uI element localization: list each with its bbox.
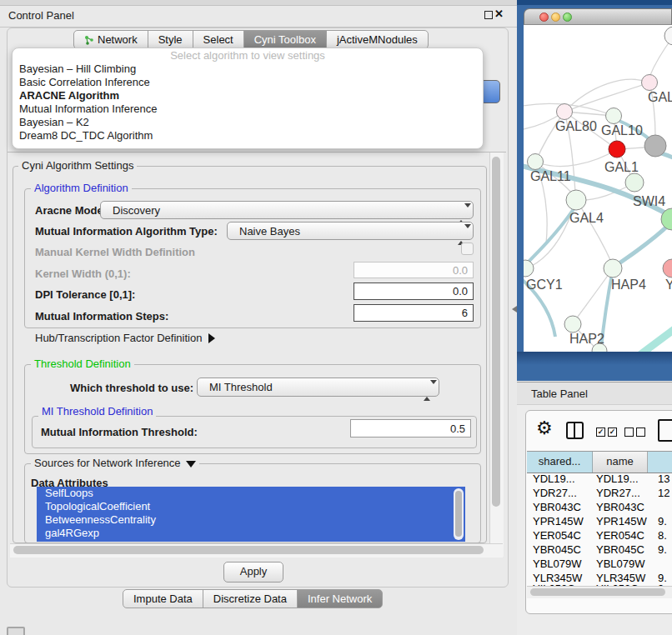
network-window-titlebar[interactable] xyxy=(524,8,672,25)
node-hap4[interactable] xyxy=(604,259,622,278)
node-pink-right[interactable] xyxy=(663,259,672,278)
network-nodes[interactable] xyxy=(524,27,672,352)
table-row[interactable]: YDL19...YDL19...13 xyxy=(527,472,672,486)
column-header-name[interactable]: name xyxy=(593,452,648,472)
mi-threshold-field[interactable]: 0.5 xyxy=(350,419,471,438)
gear-icon[interactable]: ⚙ xyxy=(536,418,553,439)
mi-steps-label: Mutual Information Steps: xyxy=(35,310,168,322)
manual-kernel-width-checkbox[interactable] xyxy=(461,242,474,255)
table-row[interactable]: YDR27...YDR27...12 xyxy=(527,486,672,500)
tab-discretize-data[interactable]: Discretize Data xyxy=(203,589,298,608)
node-gal80[interactable] xyxy=(557,104,573,120)
zoom-traffic-light[interactable] xyxy=(563,12,572,22)
control-panel-tabs: Network Style Select Cyni Toolbox jActiv… xyxy=(73,30,429,49)
table-header-row: shared... name xyxy=(527,451,672,473)
node-swi4[interactable] xyxy=(625,173,644,192)
table-row[interactable]: YBR043CYBR043C xyxy=(527,500,672,514)
close-icon[interactable]: ✕ xyxy=(494,8,504,20)
stepper-icon xyxy=(458,226,465,244)
node-top-right-partial[interactable] xyxy=(664,27,672,45)
attribute-item[interactable]: SelfLoops xyxy=(37,487,465,500)
tab-select[interactable]: Select xyxy=(193,30,244,49)
hub-definition-toggle[interactable]: Hub/Transcription Factor Definition xyxy=(35,332,215,344)
table-panel-title: Table Panel xyxy=(517,382,672,405)
sources-toggle[interactable]: Sources for Network Inference xyxy=(31,458,199,469)
window-shadow xyxy=(517,352,672,365)
node-gal11[interactable] xyxy=(528,154,544,170)
algorithm-option-aracne[interactable]: ARACNE Algorithm xyxy=(13,89,483,102)
node-gal-partial[interactable] xyxy=(642,75,658,91)
checked-columns-icon[interactable]: ✓✓ xyxy=(596,428,617,437)
cyni-algorithm-settings-title: Cyni Algorithm Settings xyxy=(18,160,137,172)
algorithm-option[interactable]: Mutual Information Inference xyxy=(13,102,483,116)
settings-vscroll-thumb[interactable] xyxy=(492,157,500,507)
collapse-arrow-icon[interactable] xyxy=(186,461,196,468)
unchecked-columns-icon[interactable] xyxy=(624,428,645,437)
tab-cyni-toolbox[interactable]: Cyni Toolbox xyxy=(243,30,327,49)
tab-network[interactable]: Network xyxy=(73,30,148,49)
tab-network-label: Network xyxy=(98,31,138,48)
tab-style[interactable]: Style xyxy=(148,30,193,49)
table-hscrollbar[interactable] xyxy=(527,586,672,598)
network-canvas[interactable]: GAL GAL80 GAL10 GAL1 GAL11 GAL4 SWI4 GCY… xyxy=(524,25,672,352)
node-gal10[interactable] xyxy=(606,108,622,124)
node-gcy1[interactable] xyxy=(524,260,534,277)
split-pane-icon[interactable] xyxy=(566,422,584,439)
table-row[interactable]: YPR145WYPR145W9. xyxy=(527,514,672,528)
node-gray[interactable] xyxy=(644,135,666,157)
mi-algorithm-type-select[interactable]: Naive Bayes xyxy=(227,222,474,240)
table-row[interactable]: YBL079WYBL079W xyxy=(527,557,672,571)
manual-kernel-width-label: Manual Kernel Width Definition xyxy=(35,246,195,258)
data-attributes-list[interactable]: SelfLoops TopologicalCoefficient Between… xyxy=(37,487,465,542)
which-threshold-select[interactable]: MI Threshold xyxy=(197,378,439,397)
table-hscroll-thumb[interactable] xyxy=(530,588,665,596)
node-label: GAL11 xyxy=(530,169,571,183)
stepper-icon xyxy=(424,382,431,400)
control-panel-titlebar: Control Panel xyxy=(0,6,517,28)
node-gal1[interactable] xyxy=(609,141,625,158)
panel-divider xyxy=(8,152,506,152)
float-panel-icon[interactable] xyxy=(484,11,493,19)
collapsed-panel-icon[interactable] xyxy=(7,627,25,635)
algorithm-option[interactable]: Dream8 DC_TDC Algorithm xyxy=(13,129,483,142)
attribute-item[interactable]: BetweennessCentrality xyxy=(37,513,465,527)
minimize-traffic-light[interactable] xyxy=(551,12,560,22)
tab-infer-network[interactable]: Infer Network xyxy=(297,589,383,608)
document-icon[interactable] xyxy=(658,419,672,442)
network-labels: GAL GAL80 GAL10 GAL1 GAL11 GAL4 SWI4 GCY… xyxy=(526,90,672,346)
algorithm-option[interactable]: Basic Correlation Inference xyxy=(13,76,483,89)
apply-button[interactable]: Apply xyxy=(223,562,283,582)
tab-impute-data[interactable]: Impute Data xyxy=(123,589,203,608)
network-graph: GAL GAL80 GAL10 GAL1 GAL11 GAL4 SWI4 GCY… xyxy=(524,25,672,352)
table-panel-container: ⚙ ✓✓ shared... name YDL19...YDL19...13 Y… xyxy=(525,410,672,614)
network-window[interactable]: GAL GAL80 GAL10 GAL1 GAL11 GAL4 SWI4 GCY… xyxy=(524,8,672,352)
table-row[interactable]: YER054CYER054C8. xyxy=(527,528,672,542)
algorithm-dropdown-popup: Select algorithm to view settings Bayesi… xyxy=(12,48,484,149)
mi-algorithm-type-label: Mutual Information Algorithm Type: xyxy=(35,225,218,238)
node-gal4[interactable] xyxy=(566,190,586,210)
kernel-width-label: Kernel Width (0,1): xyxy=(35,268,131,280)
mi-steps-field[interactable]: 6 xyxy=(354,304,474,322)
algorithm-option[interactable]: Bayesian – Hill Climbing xyxy=(13,62,483,76)
bottom-tabs: Impute Data Discretize Data Infer Networ… xyxy=(123,589,383,608)
node-label: HAP2 xyxy=(569,332,604,346)
node-label: SWI4 xyxy=(633,194,665,208)
window-top-strip xyxy=(0,0,517,6)
settings-hscroll-thumb[interactable] xyxy=(13,546,484,554)
aracne-mode-label: Aracne Mode: xyxy=(35,204,107,217)
close-traffic-light[interactable] xyxy=(539,12,549,22)
aracne-mode-select[interactable]: Discovery xyxy=(100,201,474,219)
table-row[interactable]: YBR045CYBR045C9. xyxy=(527,542,672,557)
tab-jactivemnodules[interactable]: jActiveMNodules xyxy=(326,30,429,49)
attribute-list-scroll-thumb[interactable] xyxy=(455,491,462,537)
attribute-item[interactable]: TopologicalCoefficient xyxy=(37,500,465,513)
column-header-partial[interactable] xyxy=(648,452,672,472)
attribute-item[interactable]: gal4RGexp xyxy=(37,527,465,540)
node-label: GAL xyxy=(648,90,672,104)
expand-arrow-icon[interactable] xyxy=(208,333,215,343)
column-header-shared-name[interactable]: shared... xyxy=(527,452,593,472)
node-hap2[interactable] xyxy=(564,316,581,332)
dpi-tolerance-field[interactable]: 0.0 xyxy=(354,282,474,300)
algorithm-option[interactable]: Bayesian – K2 xyxy=(13,116,483,129)
kernel-width-field[interactable]: 0.0 xyxy=(354,262,474,278)
